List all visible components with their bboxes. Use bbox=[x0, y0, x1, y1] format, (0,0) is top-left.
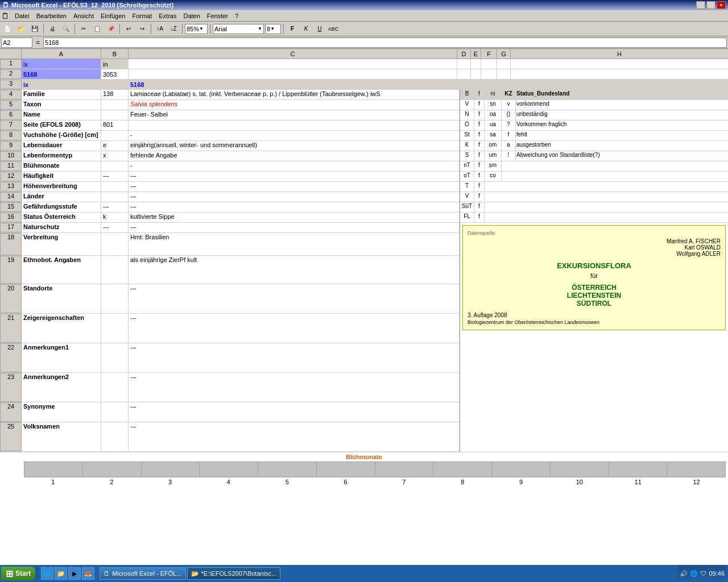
cell-h1[interactable] bbox=[511, 59, 728, 69]
row-num-13: 13 bbox=[0, 182, 22, 192]
cell-h2[interactable] bbox=[511, 69, 728, 79]
row-num-20: 20 bbox=[0, 284, 22, 313]
cell-syn-empty bbox=[101, 402, 129, 422]
taskbar-item-excel[interactable]: 🗒 Microsoft Excel - EFÖL... bbox=[100, 567, 185, 580]
tray-icon-2: 🌐 bbox=[690, 570, 698, 577]
maximize-btn[interactable]: □ bbox=[706, 1, 715, 9]
toolbar-sep1 bbox=[43, 24, 44, 34]
cell-a2-selected[interactable]: 5168 bbox=[22, 69, 101, 79]
menu-einfugen[interactable]: Einfügen bbox=[97, 11, 129, 20]
cell-seite-val: 801 bbox=[101, 120, 129, 130]
bluhmonate-bar bbox=[24, 462, 726, 477]
sheet-container: A B C D E F G H 1 ix in bbox=[0, 49, 728, 571]
quicklaunch-ie[interactable]: 🌐 bbox=[41, 567, 53, 580]
menu-daten[interactable]: Daten bbox=[180, 11, 203, 20]
copy-btn[interactable]: 📋 bbox=[91, 23, 104, 35]
cell-b2[interactable]: 3053 bbox=[101, 69, 129, 79]
book-for: für bbox=[468, 272, 721, 279]
cell-zeiger-empty bbox=[101, 314, 129, 343]
strikethrough-btn[interactable]: ABC bbox=[327, 23, 340, 35]
cell-c1[interactable] bbox=[129, 59, 457, 69]
minimize-btn[interactable]: _ bbox=[696, 1, 705, 9]
bold-btn[interactable]: F bbox=[286, 23, 299, 35]
cell-f2[interactable] bbox=[481, 69, 497, 79]
menu-datei[interactable]: Datei bbox=[11, 11, 33, 20]
cell-anm2-empty bbox=[101, 373, 129, 402]
row-num-24: 24 bbox=[0, 402, 22, 422]
underline-btn[interactable]: U bbox=[313, 23, 326, 35]
menu-ansicht[interactable]: Ansicht bbox=[70, 11, 97, 20]
quicklaunch-media[interactable]: ▶ bbox=[68, 567, 81, 580]
cell-g2[interactable] bbox=[497, 69, 511, 79]
cell-familie-text: Lamiaceae (Labiatae) s. lat. (inkl. Verb… bbox=[129, 90, 460, 99]
close-btn[interactable]: × bbox=[717, 1, 726, 9]
size-box[interactable]: 8 ▼ bbox=[265, 24, 281, 34]
quicklaunch-folder[interactable]: 📁 bbox=[55, 567, 67, 580]
taskbar-right: 🔊 🌐 🛡 09:46 bbox=[677, 565, 727, 582]
sort-desc-btn[interactable]: ↓Z bbox=[167, 23, 180, 35]
cell-d2[interactable] bbox=[457, 69, 471, 79]
print-btn[interactable]: 🖨 bbox=[46, 23, 59, 35]
font-box[interactable]: Arial ▼ bbox=[213, 24, 264, 34]
quicklaunch-firefox[interactable]: 🦊 bbox=[82, 567, 94, 580]
title-bar-controls[interactable]: _ □ × bbox=[696, 1, 726, 9]
cell-hoehen-empty bbox=[101, 182, 129, 192]
start-button[interactable]: ⊞ Start bbox=[1, 567, 35, 580]
menu-format[interactable]: Format bbox=[129, 11, 155, 20]
open-btn[interactable]: 📂 bbox=[15, 23, 27, 35]
cell-g1[interactable] bbox=[497, 59, 511, 69]
row-num-16: 16 bbox=[0, 213, 22, 222]
cell-seite-label: Seite (EFOLS 2008) bbox=[22, 120, 101, 130]
italic-btn[interactable]: K bbox=[300, 23, 312, 35]
cell-c3[interactable]: 5168 bbox=[129, 80, 457, 89]
legend-row-q: Vorkommen fraglich bbox=[516, 120, 728, 130]
authors: Manfred A. FISCHER Karl OSWALD Wolfgang … bbox=[468, 238, 721, 257]
menu-bar: 🗒 Datei Bearbeiten Ansicht Einfügen Form… bbox=[0, 10, 728, 22]
row-num-11: 11 bbox=[0, 161, 22, 171]
cell-natur-code: --- bbox=[101, 223, 129, 232]
cell-c2[interactable] bbox=[129, 69, 457, 79]
cell-d1[interactable] bbox=[457, 59, 471, 69]
paste-btn[interactable]: 📌 bbox=[105, 23, 117, 35]
toolbar-sep7 bbox=[283, 24, 284, 34]
cell-e1[interactable] bbox=[471, 59, 481, 69]
cell-a3[interactable]: ix bbox=[22, 80, 101, 89]
row-num-12: 12 bbox=[0, 172, 22, 181]
status-header: Status_Bundesland bbox=[516, 90, 728, 99]
cell-zeiger-val: --- bbox=[129, 314, 460, 343]
taskbar-item-folder[interactable]: 📂 *E:\EFOLS2007\Botanisc... bbox=[187, 567, 281, 580]
save-btn[interactable]: 💾 bbox=[28, 23, 41, 35]
cell-hauf-val: --- bbox=[129, 172, 460, 181]
new-btn[interactable]: 📄 bbox=[1, 23, 14, 35]
cell-taxon-label: Taxon bbox=[22, 100, 101, 110]
cell-f1[interactable] bbox=[481, 59, 497, 69]
sort-asc-btn[interactable]: ↑A bbox=[154, 23, 166, 35]
cell-bluh-empty bbox=[101, 161, 129, 171]
cell-taxon-val: Salvia splendens bbox=[129, 100, 460, 110]
formula-input[interactable]: 5168 bbox=[43, 38, 727, 48]
cell-syn-label: Synonyme bbox=[22, 402, 101, 422]
undo-btn[interactable]: ↩ bbox=[122, 23, 135, 35]
zoom-box[interactable]: 85% ▼ bbox=[185, 24, 208, 34]
cell-a1[interactable]: ix bbox=[22, 59, 101, 69]
menu-extras[interactable]: Extras bbox=[155, 11, 180, 20]
cut-btn[interactable]: ✂ bbox=[77, 23, 90, 35]
cell-e2[interactable] bbox=[471, 69, 481, 79]
book-subtitle2: LIECHTENSTEIN bbox=[468, 292, 721, 300]
redo-btn[interactable]: ↪ bbox=[136, 23, 148, 35]
formula-bar: A2 = 5168 bbox=[0, 36, 728, 49]
menu-help[interactable]: ? bbox=[231, 11, 242, 20]
cell-ref-box[interactable]: A2 bbox=[1, 38, 32, 48]
legend-row-v: vorkommend bbox=[516, 100, 728, 110]
cell-anm1-val: --- bbox=[129, 343, 460, 372]
row-num-8: 8 bbox=[0, 131, 22, 140]
menu-bearbeiten[interactable]: Bearbeiten bbox=[33, 11, 70, 20]
cell-lebenform-code: x bbox=[101, 151, 129, 161]
cell-hauf-code: --- bbox=[101, 172, 129, 181]
cell-anm2-label: Anmerkungen2 bbox=[22, 373, 101, 402]
cell-b1[interactable]: in bbox=[101, 59, 129, 69]
preview-btn[interactable]: 🔍 bbox=[60, 23, 72, 35]
cell-ethno-val: als einjährige ZierPf kult bbox=[129, 256, 460, 284]
cell-hauf-label: Häufigkeit bbox=[22, 172, 101, 181]
menu-fenster[interactable]: Fenster bbox=[204, 11, 231, 20]
